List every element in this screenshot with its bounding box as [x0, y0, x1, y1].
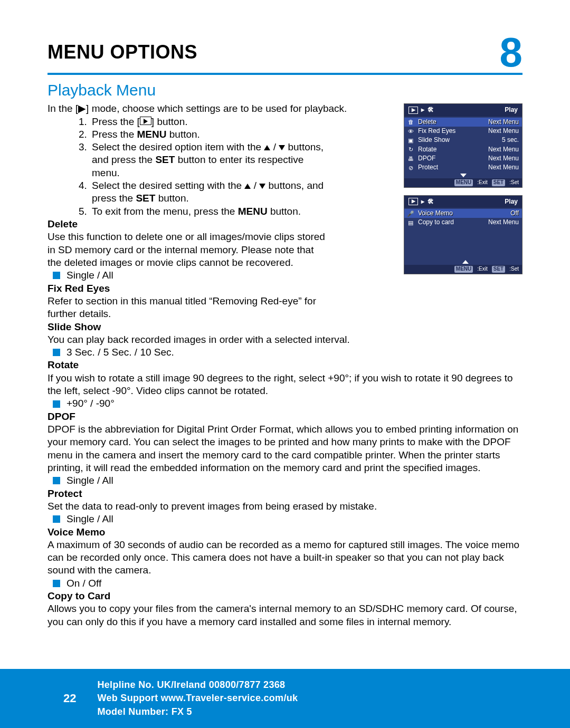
chevron-right-icon: ▸ [421, 106, 424, 114]
triangle-down-icon [259, 184, 265, 189]
page-number: 22 [63, 692, 76, 705]
print-icon: 🖶 [406, 155, 415, 162]
lcd-screenshot-2: ▶ ▸ 🛠 Play 🎤Voice MemoOff ▤Copy to cardN… [404, 195, 522, 274]
steps-list: Press the [] button. Press the MENU butt… [90, 116, 330, 218]
fix-heading: Fix Red Eyes [48, 282, 330, 295]
step-2: Press the MENU button. [90, 128, 330, 141]
chevron-down-icon [460, 174, 467, 177]
delete-body: Use this function to delete one or all i… [48, 231, 330, 269]
fix-body: Refer to section in this manual titled “… [48, 295, 330, 321]
protect-body: Set the data to read-only to prevent ima… [48, 500, 522, 513]
protect-heading: Protect [48, 487, 522, 500]
rotate-heading: Rotate [48, 359, 522, 371]
chapter-number: 8 [500, 34, 522, 71]
card-icon: ▤ [406, 219, 415, 226]
section-heading: Playback Menu [48, 81, 522, 99]
slide-option: 3 Sec. / 5 Sec. / 10 Sec. [66, 346, 174, 359]
square-bullet-icon [53, 349, 60, 356]
step-5: To exit from the menu, press the MENU bu… [90, 205, 330, 218]
step-1: Press the [] button. [90, 116, 330, 128]
dpof-body: DPOF is the abbreviation for Digital Pri… [48, 423, 522, 474]
chevron-up-icon [462, 260, 469, 264]
lcd2-title: Play [505, 198, 518, 206]
play-button-icon [140, 117, 151, 125]
rotate-body: If you wish to rotate a still image 90 d… [48, 372, 522, 398]
delete-option: Single / All [66, 269, 113, 282]
chevron-right-icon: ▸ [421, 198, 424, 206]
dpof-option: Single / All [66, 474, 113, 487]
rotate-icon: ↻ [406, 146, 415, 153]
slide-heading: Slide Show [48, 321, 522, 333]
dpof-heading: DPOF [48, 410, 522, 423]
square-bullet-icon [53, 580, 60, 587]
footer-helpline: Helpline No. UK/Ireland 00800/7877 2368 [97, 678, 298, 692]
play-mode-icon: ▶ [408, 107, 418, 114]
footer-model: Model Number: FX 5 [97, 705, 298, 719]
copy-heading: Copy to Card [48, 590, 522, 602]
voice-heading: Voice Memo [48, 526, 522, 539]
square-bullet-icon [53, 400, 60, 408]
page-footer: 22 Helpline No. UK/Ireland 00800/7877 23… [0, 669, 570, 728]
square-bullet-icon [53, 477, 60, 484]
lcd1-title: Play [505, 106, 518, 114]
step-3: Select the desired option item with the … [90, 141, 330, 179]
rotate-option: +90° / -90° [66, 397, 115, 410]
copy-body: Allows you to copy your files from the c… [48, 602, 522, 628]
mic-icon: 🎤 [406, 210, 415, 217]
footer-web: Web Support www.Traveler-service.com/uk [97, 692, 298, 705]
step-4: Select the desired setting with the / bu… [90, 179, 330, 205]
square-bullet-icon [53, 272, 60, 279]
trash-icon: 🗑 [406, 118, 415, 126]
triangle-up-icon [244, 184, 251, 189]
play-mode-icon: ▶ [408, 198, 418, 205]
triangle-up-icon [264, 145, 270, 150]
slide-body: You can play back recorded images in ord… [48, 333, 522, 346]
slideshow-icon: ▣ [406, 137, 415, 144]
voice-option: On / Off [66, 577, 101, 590]
page-title: MENU OPTIONS [48, 41, 197, 63]
triangle-down-icon [279, 145, 285, 150]
lcd-screenshot-1: ▶ ▸ 🛠 Play 🗑DeleteNext Menu 👁Fix Red Eye… [404, 103, 522, 187]
lock-icon: ⊘ [406, 164, 415, 171]
divider [48, 73, 522, 75]
wrench-icon: 🛠 [428, 106, 434, 114]
delete-heading: Delete [48, 218, 330, 231]
wrench-icon: 🛠 [428, 198, 434, 206]
voice-body: A maximum of 30 seconds of audio can be … [48, 539, 522, 577]
square-bullet-icon [53, 515, 60, 523]
protect-option: Single / All [66, 513, 113, 525]
eye-icon: 👁 [406, 128, 415, 135]
